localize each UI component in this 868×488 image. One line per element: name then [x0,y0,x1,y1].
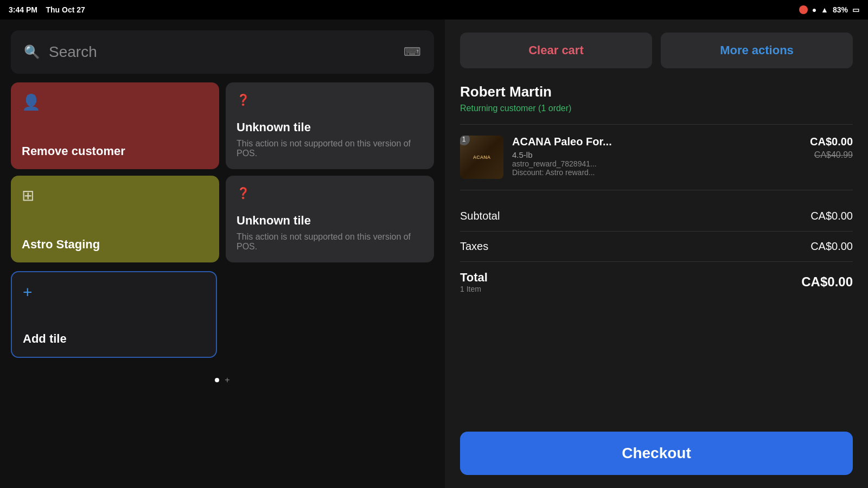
nav-plus-icon[interactable]: + [225,375,229,385]
more-actions-button[interactable]: More actions [661,33,853,68]
person-icon: 👤 [22,93,208,111]
remove-customer-label: Remove customer [22,144,208,158]
battery-icon: ▭ [852,5,859,14]
total-label: Total [460,271,488,285]
search-bar[interactable]: 🔍 Search ⌨ [11,30,434,74]
cart-item[interactable]: 1 ACANA ACANA Paleo For... 4.5-lb astro_… [460,136,853,190]
cart-item-price-current: CA$0.00 [810,136,853,148]
dot-icon: ● [812,5,816,14]
time-display: 3:44 PM [9,5,37,14]
total-label-group: Total 1 Item [460,271,488,293]
add-tile-label: Add tile [23,332,205,346]
nav-dot-1 [215,378,219,382]
plus-icon: + [23,283,205,301]
bottom-navigation: + [11,367,434,389]
taxes-row: Taxes CA$0.00 [460,232,853,262]
grand-total-row: Total 1 Item CA$0.00 [460,262,853,302]
tiles-grid: 👤 Remove customer ❓ Unknown tile This ac… [11,82,434,262]
cart-item-image: 1 ACANA [460,136,503,179]
subtotal-value: CA$0.00 [810,210,853,222]
subtotal-label: Subtotal [460,210,500,222]
search-placeholder: Search [49,43,395,61]
search-icon: 🔍 [24,44,40,60]
unknown-tile-1-title: Unknown tile [237,120,423,134]
keyboard-icon: ⌨ [404,45,421,59]
unknown-tile-2-subtitle: This action is not supported on this ver… [237,232,423,252]
checkout-button[interactable]: Checkout [460,432,853,475]
unknown-tile-2: ❓ Unknown tile This action is not suppor… [226,176,434,262]
add-tile[interactable]: + Add tile [11,271,217,358]
total-sublabel: 1 Item [460,285,488,293]
remove-customer-tile[interactable]: 👤 Remove customer [11,82,219,169]
astro-staging-label: Astro Staging [22,237,208,252]
customer-name: Robert Martin [460,84,853,100]
subtotal-row: Subtotal CA$0.00 [460,201,853,232]
cart-item-prices: CA$0.00 CA$40.99 [810,136,853,160]
wifi-icon: ▲ [821,5,828,14]
question-icon-2: ❓ [237,187,423,200]
cart-item-weight: 4.5-lb [512,150,801,159]
unknown-tile-1-subtitle: This action is not supported on this ver… [237,139,423,158]
grid-icon: ⊞ [22,187,208,204]
cart-item-sku: astro_reward_7828941... [512,159,801,168]
cart-item-name: ACANA Paleo For... [512,136,801,148]
customer-status: Returning customer (1 order) [460,104,853,113]
status-icons: ● ▲ 83% ▭ [799,5,859,14]
total-value: CA$0.00 [801,274,853,290]
action-buttons: Clear cart More actions [460,33,853,68]
status-time: 3:44 PM Thu Oct 27 [9,5,85,14]
battery-display: 83% [833,5,848,14]
status-bar: 3:44 PM Thu Oct 27 ● ▲ 83% ▭ [0,0,868,20]
main-container: 🔍 Search ⌨ 👤 Remove customer ❓ Unknown t… [0,20,868,488]
totals-section: Subtotal CA$0.00 Taxes CA$0.00 Total 1 I… [460,201,853,423]
date-display: Thu Oct 27 [46,5,85,14]
taxes-value: CA$0.00 [810,240,853,253]
taxes-label: Taxes [460,240,488,253]
question-icon-1: ❓ [237,93,423,106]
astro-staging-tile[interactable]: ⊞ Astro Staging [11,176,219,262]
record-icon [799,5,808,14]
customer-section: Robert Martin Returning customer (1 orde… [460,84,853,125]
left-panel: 🔍 Search ⌨ 👤 Remove customer ❓ Unknown t… [0,20,445,488]
right-panel: Clear cart More actions Robert Martin Re… [445,20,868,488]
cart-item-price-original: CA$40.99 [814,150,853,160]
unknown-tile-2-title: Unknown tile [237,214,423,228]
clear-cart-button[interactable]: Clear cart [460,33,652,68]
cart-item-details: ACANA Paleo For... 4.5-lb astro_reward_7… [512,136,801,177]
cart-item-quantity: 1 [462,136,466,143]
cart-item-discount: Discount: Astro reward... [512,168,801,177]
unknown-tile-1: ❓ Unknown tile This action is not suppor… [226,82,434,169]
